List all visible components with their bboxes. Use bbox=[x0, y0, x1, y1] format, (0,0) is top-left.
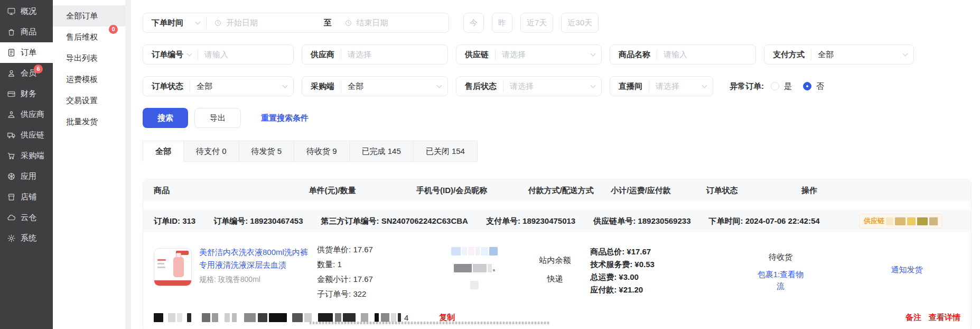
chevron-down-icon bbox=[187, 51, 192, 57]
end-date-input[interactable]: 结束日期 bbox=[337, 18, 449, 28]
delivery-method: 快递 bbox=[520, 274, 590, 284]
submenu-item-freight-template[interactable]: 运费模板 bbox=[53, 69, 125, 90]
redacted-block bbox=[907, 217, 916, 225]
supply-chain-select[interactable]: 请选择 bbox=[496, 45, 601, 64]
submenu-item-label: 批量发货 bbox=[66, 117, 98, 126]
after-sales-status-select[interactable]: 请选择 bbox=[503, 77, 601, 96]
submenu-item-trade-settings[interactable]: 交易设置 bbox=[53, 90, 125, 111]
after-sales-count-badge: 0 bbox=[109, 25, 118, 34]
filter-label: 采购端 bbox=[311, 81, 334, 92]
column-header-subtotal: 小计/运费/应付款 bbox=[611, 186, 706, 196]
order-number-field-dropdown[interactable]: 订单编号 bbox=[143, 45, 198, 64]
chevron-down-icon bbox=[702, 83, 707, 88]
abnormal-order-label: 异常订单: bbox=[730, 81, 764, 92]
view-details-link[interactable]: 查看详情 bbox=[929, 313, 960, 323]
tab-pending-shipment[interactable]: 待发货 5 bbox=[239, 141, 295, 162]
submenu-item-label: 售后维权 bbox=[66, 32, 98, 41]
remark-link[interactable]: 备注 bbox=[906, 313, 921, 323]
main-sidebar: 概况 商品 订单 会员 6 财务 供应商 供应链 采购端 bbox=[0, 0, 53, 329]
notify-shipment-link[interactable]: 通知发货 bbox=[891, 265, 923, 274]
tab-completed[interactable]: 已完成 145 bbox=[349, 141, 414, 162]
product-name-input[interactable]: 请输入 bbox=[657, 45, 755, 64]
table-header: 商品 单件(元)/数量 手机号(ID)/会员昵称 付款方式/配送方式 小计/运费… bbox=[143, 179, 971, 202]
quick-range-30days-button[interactable]: 近30天 bbox=[561, 13, 599, 33]
sidebar-item-label: 应用 bbox=[21, 171, 36, 181]
total-freight: 总运费: ¥3.00 bbox=[590, 272, 718, 282]
filter-label: 订单编号 bbox=[152, 50, 183, 60]
order-time: 下单时间: 2024-07-06 22:42:54 bbox=[708, 216, 819, 226]
abnormal-no-radio[interactable] bbox=[803, 82, 811, 90]
submenu-item-all-orders[interactable]: 全部订单 bbox=[53, 5, 125, 26]
payment-number: 支付单号: 189230475013 bbox=[486, 216, 575, 226]
quick-range-yesterday-button[interactable]: 昨 bbox=[492, 13, 512, 33]
sidebar-item-label: 云仓 bbox=[21, 213, 36, 223]
tab-all[interactable]: 全部 bbox=[143, 141, 184, 162]
payment-method: 站内余额 bbox=[520, 255, 590, 266]
quick-range-today-button[interactable]: 今 bbox=[463, 13, 484, 33]
date-field-dropdown[interactable]: 下单时间 bbox=[143, 13, 206, 32]
chevron-down-icon bbox=[437, 83, 442, 88]
redacted-block bbox=[886, 217, 893, 225]
tab-pending-payment[interactable]: 待支付 0 bbox=[183, 141, 239, 162]
order-id: 订单ID: 313 bbox=[154, 216, 195, 226]
sidebar-item-suppliers[interactable]: 供应商 bbox=[0, 104, 53, 125]
order-number-input[interactable]: 请输入 bbox=[198, 45, 293, 64]
sidebar-item-label: 财务 bbox=[21, 89, 36, 99]
sidebar-item-products[interactable]: 商品 bbox=[0, 22, 53, 42]
filter-payment-method: 支付方式 全部 bbox=[764, 44, 914, 65]
sidebar-item-label: 概况 bbox=[21, 6, 36, 16]
abnormal-no-label[interactable]: 否 bbox=[816, 81, 824, 92]
order-submenu: 全部订单 售后维权 0 导出列表 运费模板 交易设置 批量发货 bbox=[53, 0, 125, 329]
submenu-item-after-sales[interactable]: 售后维权 0 bbox=[53, 26, 125, 48]
sidebar-item-finance[interactable]: 财务 bbox=[0, 84, 53, 104]
product-image[interactable] bbox=[154, 248, 192, 286]
filter-row-2: 订单编号 请输入 供应商 请选择 供应链 请选择 bbox=[143, 44, 972, 65]
sidebar-item-system[interactable]: 系统 bbox=[0, 228, 53, 249]
redacted-member-extra bbox=[470, 281, 479, 289]
live-room-select[interactable]: 请选择 bbox=[649, 77, 713, 96]
sidebar-item-shop[interactable]: 店铺 bbox=[0, 187, 53, 207]
sidebar-item-purchasing[interactable]: 采购端 bbox=[0, 145, 53, 166]
member-cell bbox=[429, 241, 520, 299]
supply-chain-tag-label: 供应链 bbox=[864, 216, 884, 226]
sidebar-item-apps[interactable]: 应用 bbox=[0, 166, 53, 187]
purchasing-side-select[interactable]: 全部 bbox=[341, 77, 447, 96]
sidebar-item-orders[interactable]: 订单 bbox=[0, 42, 53, 63]
filter-label: 商品名称 bbox=[619, 50, 650, 60]
search-button[interactable]: 搜索 bbox=[143, 108, 188, 128]
product-title-link[interactable]: 美舒洁内衣洗衣液800ml洗内裤专用液清洗液深层去血渍 bbox=[199, 246, 315, 271]
redacted-block bbox=[895, 217, 906, 225]
sidebar-item-members[interactable]: 会员 6 bbox=[0, 63, 53, 84]
supplier-select[interactable]: 请选择 bbox=[341, 45, 447, 64]
submenu-item-export-list[interactable]: 导出列表 bbox=[53, 48, 125, 69]
orders-table: 商品 单件(元)/数量 手机号(ID)/会员昵称 付款方式/配送方式 小计/运费… bbox=[143, 179, 972, 329]
supply-unit-price: 供货单价: 17.67 bbox=[317, 245, 429, 255]
quick-range-7days-button[interactable]: 近7天 bbox=[520, 13, 553, 33]
sidebar-item-supply-chain[interactable]: 供应链 bbox=[0, 125, 53, 145]
tab-closed[interactable]: 已关闭 154 bbox=[413, 141, 478, 162]
sidebar-item-cloud-warehouse[interactable]: 云仓 bbox=[0, 207, 53, 228]
payment-method-select[interactable]: 全部 bbox=[811, 45, 913, 64]
reset-filters-link[interactable]: 重置搜索条件 bbox=[261, 113, 309, 123]
filter-row-3: 订单状态 全部 采购端 全部 售后状态 请选择 bbox=[143, 76, 972, 96]
redacted-member-nickname bbox=[454, 264, 495, 272]
submenu-item-label: 交易设置 bbox=[66, 96, 98, 105]
ops-cell: 通知发货 bbox=[843, 241, 971, 299]
column-header-payment: 付款方式/配送方式 bbox=[528, 186, 611, 196]
chevron-down-icon bbox=[591, 51, 596, 57]
clock-icon bbox=[214, 19, 222, 27]
start-date-input[interactable]: 开始日期 bbox=[207, 18, 319, 28]
export-button[interactable]: 导出 bbox=[194, 108, 241, 128]
abnormal-yes-label[interactable]: 是 bbox=[784, 81, 792, 92]
submenu-item-batch-shipping[interactable]: 批量发货 bbox=[53, 111, 125, 132]
shop-icon bbox=[7, 193, 16, 202]
filter-after-sales-status: 售后状态 请选择 bbox=[456, 76, 602, 96]
order-status-select[interactable]: 全部 bbox=[190, 77, 293, 96]
cart-icon bbox=[7, 151, 16, 160]
package-logistics-link[interactable]: 包裹1:查看物流 bbox=[755, 269, 806, 292]
abnormal-yes-radio[interactable] bbox=[771, 82, 779, 90]
amount-payable: 应付款: ¥21.20 bbox=[590, 285, 718, 295]
sidebar-item-overview[interactable]: 概况 bbox=[0, 1, 53, 22]
tab-pending-receipt[interactable]: 待收货 9 bbox=[294, 141, 350, 162]
copy-address-link[interactable]: 复制 bbox=[439, 313, 455, 323]
